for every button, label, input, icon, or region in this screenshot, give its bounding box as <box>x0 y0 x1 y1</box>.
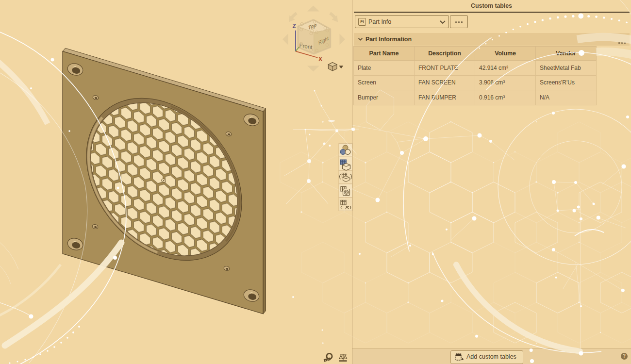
svg-text:Z: Z <box>293 23 296 30</box>
svg-text:X: X <box>318 56 322 63</box>
